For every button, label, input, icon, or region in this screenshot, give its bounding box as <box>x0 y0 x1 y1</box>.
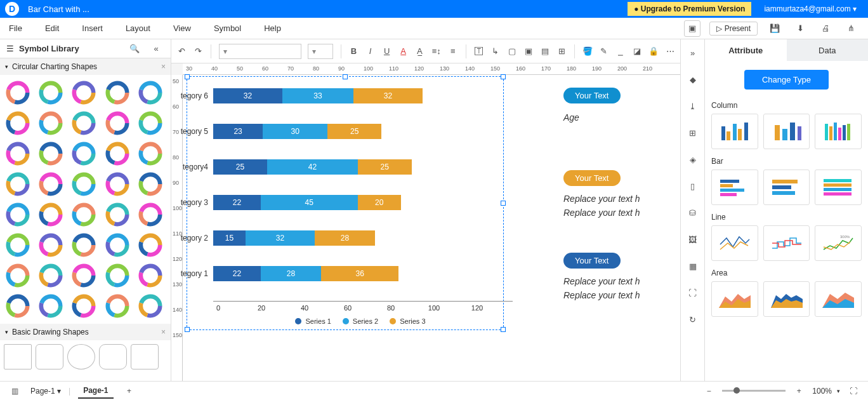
zoom-in-icon[interactable]: + <box>791 383 807 399</box>
share-icon[interactable]: ⋔ <box>843 20 859 37</box>
circular-shape[interactable] <box>4 170 32 198</box>
close-icon[interactable]: × <box>161 328 166 336</box>
close-icon[interactable]: × <box>161 62 166 71</box>
line-chart-1[interactable] <box>711 225 758 261</box>
bar-chart[interactable]: tegory 6323332tegory 5233025tegory425422… <box>208 88 513 325</box>
bar-chart-3[interactable] <box>815 170 862 205</box>
legend-item[interactable]: Series 3 <box>390 317 425 325</box>
menu-file[interactable]: File <box>9 23 22 33</box>
zoom-out-icon[interactable]: − <box>700 383 717 399</box>
shape-roundrect[interactable] <box>36 344 63 369</box>
save-icon[interactable]: 💾 <box>766 20 783 37</box>
section-basic[interactable]: ▾ Basic Drawing Shapes × <box>0 324 171 340</box>
circular-shape[interactable] <box>136 292 164 320</box>
circular-shape[interactable] <box>37 170 65 198</box>
circular-shape[interactable] <box>37 109 65 137</box>
bar-segment[interactable]: 25 <box>358 159 412 175</box>
area-chart-3[interactable] <box>815 281 862 317</box>
page-tab-1[interactable]: Page-1 <box>78 383 113 399</box>
circular-shape[interactable] <box>70 140 98 168</box>
shape-rect[interactable] <box>4 344 32 369</box>
app-logo[interactable]: D <box>5 2 19 16</box>
bar-segment[interactable]: 42 <box>267 159 358 175</box>
menu-edit[interactable]: Edit <box>45 23 59 33</box>
circular-shape[interactable] <box>136 170 164 198</box>
circular-shape[interactable] <box>103 201 131 229</box>
replace-text-1[interactable]: Replace your text h <box>563 194 640 204</box>
menu-help[interactable]: Help <box>264 23 281 33</box>
grid-icon[interactable]: ⊞ <box>685 124 701 141</box>
circular-shape[interactable] <box>4 292 32 320</box>
circular-shape[interactable] <box>37 231 65 259</box>
bar-segment[interactable]: 22 <box>213 195 261 210</box>
layers-icon[interactable]: ◈ <box>685 151 701 168</box>
circular-shape[interactable] <box>70 109 98 137</box>
menu-layout[interactable]: Layout <box>126 23 150 33</box>
more-icon[interactable]: ⋯ <box>665 43 675 60</box>
circular-shape[interactable] <box>37 201 65 229</box>
group-icon[interactable]: ⊞ <box>556 43 567 60</box>
bar-segment[interactable]: 32 <box>353 88 423 103</box>
size-select[interactable]: ▾ <box>308 44 333 59</box>
circular-shape[interactable] <box>70 231 98 259</box>
change-type-button[interactable]: Change Type <box>744 70 829 90</box>
column-chart-3[interactable] <box>815 114 862 149</box>
column-chart-2[interactable] <box>763 114 810 149</box>
circular-shape[interactable] <box>4 79 32 107</box>
circular-shape[interactable] <box>103 140 131 168</box>
legend-item[interactable]: Series 2 <box>343 317 378 325</box>
replace-text-2[interactable]: Replace your text h <box>563 208 640 218</box>
pages-icon[interactable]: ▥ <box>6 383 23 399</box>
circular-shape[interactable] <box>37 79 65 107</box>
fill-icon[interactable]: 🪣 <box>582 43 593 60</box>
menu-insert[interactable]: Insert <box>82 23 103 33</box>
add-page-icon[interactable]: + <box>121 383 138 399</box>
area-chart-1[interactable] <box>711 281 758 317</box>
bar-chart-1[interactable] <box>711 170 758 205</box>
bar-segment[interactable]: 25 <box>327 124 381 139</box>
user-menu[interactable]: iammurtaza4@gmail.com ▾ <box>764 4 857 13</box>
circular-shape[interactable] <box>37 292 65 320</box>
circular-shape[interactable] <box>37 140 65 168</box>
connector-icon[interactable]: ↳ <box>490 43 501 60</box>
search-icon[interactable]: 🔍 <box>126 41 143 57</box>
legend-item[interactable]: Series 1 <box>295 317 331 325</box>
bar-segment[interactable]: 15 <box>213 230 246 246</box>
redo-icon[interactable]: ↷ <box>193 43 203 60</box>
expand-icon[interactable]: » <box>685 44 701 61</box>
font-color-icon[interactable]: A <box>398 43 409 60</box>
circular-shape[interactable] <box>70 170 98 198</box>
print-icon[interactable]: 🖨 <box>817 20 834 37</box>
align-icon[interactable]: ≡ <box>448 43 458 60</box>
database-icon[interactable]: ⛁ <box>685 204 701 221</box>
circular-shape[interactable] <box>103 231 131 259</box>
shape-front-icon[interactable]: ▢ <box>507 43 517 60</box>
zoom-level[interactable]: 100% <box>812 387 832 396</box>
replace-text-4[interactable]: Replace your text h <box>563 290 640 300</box>
circular-shape[interactable] <box>136 231 164 259</box>
tab-attribute[interactable]: Attribute <box>705 39 787 61</box>
section-circular[interactable]: ▾ Circular Charting Shapes × <box>0 58 171 75</box>
age-text[interactable]: Age <box>563 112 621 123</box>
line-chart-3[interactable]: 300% <box>815 225 862 261</box>
upgrade-button[interactable]: ● Upgrade to Premium Version <box>628 2 751 16</box>
slide-icon[interactable]: ▯ <box>685 178 701 194</box>
circular-shape[interactable] <box>4 262 32 289</box>
bar-segment[interactable]: 32 <box>246 230 315 246</box>
circular-shape[interactable] <box>103 292 131 320</box>
lock-icon[interactable]: 🔒 <box>648 43 659 60</box>
circular-shape[interactable] <box>136 262 164 289</box>
present-button[interactable]: ▷Present <box>709 22 758 36</box>
circular-shape[interactable] <box>4 140 32 168</box>
slideshow-icon[interactable]: ▣ <box>684 20 700 37</box>
shape-circle[interactable] <box>67 344 95 369</box>
bar-segment[interactable]: 45 <box>261 195 358 210</box>
page-select[interactable]: Page-1 ▾ <box>30 387 61 396</box>
line-style-icon[interactable]: ⎯ <box>615 43 626 60</box>
line-chart-2[interactable] <box>763 225 810 261</box>
bar-segment[interactable]: 20 <box>358 195 401 210</box>
text-tool-icon[interactable]: 🅃 <box>474 43 484 60</box>
circular-shape[interactable] <box>136 109 164 137</box>
shape-square[interactable] <box>131 344 159 369</box>
bar-segment[interactable]: 23 <box>213 124 263 139</box>
